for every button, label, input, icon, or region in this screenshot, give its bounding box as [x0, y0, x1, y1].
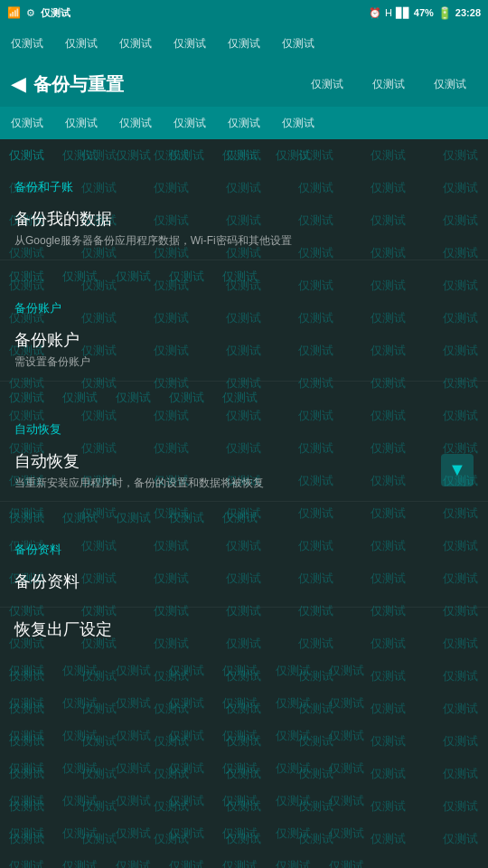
bottom-filler-item: 仅测试	[160, 663, 213, 679]
content-nav-row-1: 仅测试 仅测试 仅测试 仅测试 仅测试 仅测试	[0, 139, 488, 172]
cn4-2: 仅测试	[53, 510, 107, 526]
backup-data-section: 备份资料 备份资料	[0, 534, 488, 608]
app-icon: ⚙	[26, 7, 35, 19]
nav2-item-2[interactable]: 仅测试	[54, 116, 108, 131]
bottom-filler-item: 仅测试	[107, 663, 160, 679]
bottom-filler-item: 仅测试	[320, 760, 373, 777]
header-nav-1[interactable]: 仅测试	[300, 77, 354, 92]
cn2-5: 仅测试	[213, 269, 267, 285]
bottom-filler-row-1: 仅测试仅测试仅测试仅测试仅测试仅测试仅测试	[0, 687, 488, 720]
app-label: 仅测试	[41, 6, 70, 20]
bottom-filler-item: 仅测试	[213, 728, 267, 744]
backup-subheader: 备份和子账	[0, 172, 488, 197]
backup-account-desc: 需设置备份账户	[14, 354, 474, 370]
status-bar: 📶 ⚙ 仅测试 ⏰ H ▊▊ 47% 🔋 23:28	[0, 0, 488, 25]
bottom-filler-item: 仅测试	[107, 728, 160, 744]
cn1: 仅测试	[0, 147, 53, 164]
bottom-filler-item: 仅测试	[107, 826, 160, 842]
auto-restore-section: 自动恢复 自动恢复 当重新安装应用程序时，备份的设置和数据将被恢复 ▼	[0, 414, 488, 503]
backup-account-item[interactable]: 备份账户 需设置备份账户	[0, 318, 488, 382]
bottom-filler-item: 仅测试	[107, 760, 160, 777]
cn4-4: 仅测试	[160, 510, 213, 526]
bottom-filler-row-4: 仅测试仅测试仅测试仅测试仅测试仅测试仅测试	[0, 785, 488, 817]
bottom-filler-item: 仅测试	[53, 663, 107, 679]
bottom-filler-item: 仅测试	[0, 858, 53, 868]
top-nav-bar: 仅测试 仅测试 仅测试 仅测试 仅测试 仅测试	[0, 25, 488, 61]
backup-my-data-item[interactable]: 备份我的数据 从Google服务器备份应用程序数据，Wi-Fi密码和其他设置	[0, 197, 488, 260]
bottom-filler-item: 仅测试	[160, 760, 213, 777]
bottom-filler-item: 仅测试	[107, 858, 160, 868]
backup-my-data-title: 备份我的数据	[14, 208, 474, 230]
nav2-item-3[interactable]: 仅测试	[108, 116, 163, 131]
nav2-item-5[interactable]: 仅测试	[217, 116, 271, 131]
content-nav-row-3: 仅测试 仅测试 仅测试 仅测试 仅测试	[0, 382, 488, 414]
cn4-3: 仅测试	[107, 510, 160, 526]
bottom-filler-item: 仅测试	[0, 663, 53, 679]
backup-section: 备份和子账 备份我的数据 从Google服务器备份应用程序数据，Wi-Fi密码和…	[0, 172, 488, 260]
bottom-filler-item: 仅测试	[107, 695, 160, 712]
bottom-filler-item: 仅测试	[320, 826, 373, 842]
auto-restore-item[interactable]: 自动恢复 当重新安装应用程序时，备份的设置和数据将被恢复 ▼	[0, 439, 488, 503]
cn2-1: 仅测试	[0, 269, 53, 285]
backup-data-item[interactable]: 备份资料	[0, 560, 488, 608]
header-nav-3[interactable]: 仅测试	[423, 77, 477, 92]
header-nav-2[interactable]: 仅测试	[361, 77, 416, 92]
backup-data-title: 备份资料	[14, 571, 474, 592]
bottom-filler-item: 仅测试	[0, 826, 53, 842]
bottom-filler-item: 仅测试	[0, 728, 53, 744]
bottom-filler-row-2: 仅测试仅测试仅测试仅测试仅测试仅测试仅测试	[0, 720, 488, 752]
wifi-icon: 📶	[7, 6, 21, 19]
nav-item-1[interactable]: 仅测试	[0, 36, 54, 52]
bottom-filler-item: 仅测试	[213, 695, 267, 712]
cn6: 仅测试	[267, 147, 320, 164]
clock: 23:28	[455, 7, 481, 18]
nav-item-2[interactable]: 仅测试	[54, 36, 108, 52]
content-nav-row-2: 仅测试 仅测试 仅测试 仅测试 仅测试	[0, 260, 488, 293]
status-right: ⏰ H ▊▊ 47% 🔋 23:28	[369, 6, 481, 20]
auto-restore-title: 自动恢复	[14, 450, 434, 472]
cn3-3: 仅测试	[107, 390, 160, 406]
battery-icon: 🔋	[437, 6, 452, 20]
cn3: 仅测试	[107, 147, 160, 164]
bottom-filler-item: 仅测试	[213, 663, 267, 679]
bottom-filler-item: 仅测试	[53, 760, 107, 777]
auto-restore-desc: 当重新安装应用程序时，备份的设置和数据将被恢复	[14, 476, 434, 491]
bottom-filler-item: 仅测试	[160, 826, 213, 842]
nav2-item-6[interactable]: 仅测试	[271, 116, 325, 131]
main-content: 仅测试仅测试仅测试仅测试仅测试仅测试仅测试仅测试仅测试仅测试仅测试仅测试仅测试仅…	[0, 139, 488, 868]
cn2-3: 仅测试	[107, 269, 160, 285]
cn4-5: 仅测试	[213, 510, 267, 526]
bottom-filler-item: 仅测试	[320, 663, 373, 679]
settings-list: 仅测试 仅测试 仅测试 仅测试 仅测试 仅测试 备份和子账 备份我的数据 从Go…	[0, 139, 488, 868]
nav2-item-1[interactable]: 仅测试	[0, 116, 54, 131]
second-nav-bar: 仅测试 仅测试 仅测试 仅测试 仅测试 仅测试	[0, 107, 488, 139]
cn2: 仅测试	[53, 147, 107, 164]
bottom-filler-item: 仅测试	[160, 793, 213, 809]
nav2-item-4[interactable]: 仅测试	[163, 116, 217, 131]
bottom-filler-item: 仅测试	[53, 793, 107, 809]
bottom-filler-item: 仅测试	[320, 728, 373, 744]
back-button[interactable]: ◀	[11, 72, 26, 96]
bottom-filler-row-0: 仅测试仅测试仅测试仅测试仅测试仅测试仅测试	[0, 655, 488, 687]
cn4-1: 仅测试	[0, 510, 53, 526]
bottom-filler-item: 仅测试	[320, 858, 373, 868]
cn5: 仅测试	[213, 147, 267, 164]
auto-restore-header: 自动恢复	[0, 414, 488, 439]
bottom-filler-item: 仅测试	[160, 858, 213, 868]
bottom-filler-item: 仅测试	[213, 760, 267, 777]
nav-item-3[interactable]: 仅测试	[108, 36, 163, 52]
backup-account-header: 备份账户	[0, 293, 488, 318]
auto-restore-toggle[interactable]: ▼	[441, 454, 474, 486]
nav-item-6[interactable]: 仅测试	[271, 36, 325, 52]
bottom-filler-item: 仅测试	[53, 728, 107, 744]
bottom-filler-item: 仅测试	[267, 858, 320, 868]
content-nav-row-4: 仅测试 仅测试 仅测试 仅测试 仅测试	[0, 502, 488, 534]
restore-factory-title: 恢复出厂设定	[14, 618, 474, 640]
restore-factory-section[interactable]: 恢复出厂设定	[0, 608, 488, 655]
nav-item-4[interactable]: 仅测试	[163, 36, 217, 52]
nav-item-5[interactable]: 仅测试	[217, 36, 271, 52]
bottom-filler-item: 仅测试	[267, 695, 320, 712]
cn3-1: 仅测试	[0, 390, 53, 406]
bottom-filler-item: 仅测试	[53, 695, 107, 712]
bottom-filler-row-3: 仅测试仅测试仅测试仅测试仅测试仅测试仅测试	[0, 752, 488, 785]
